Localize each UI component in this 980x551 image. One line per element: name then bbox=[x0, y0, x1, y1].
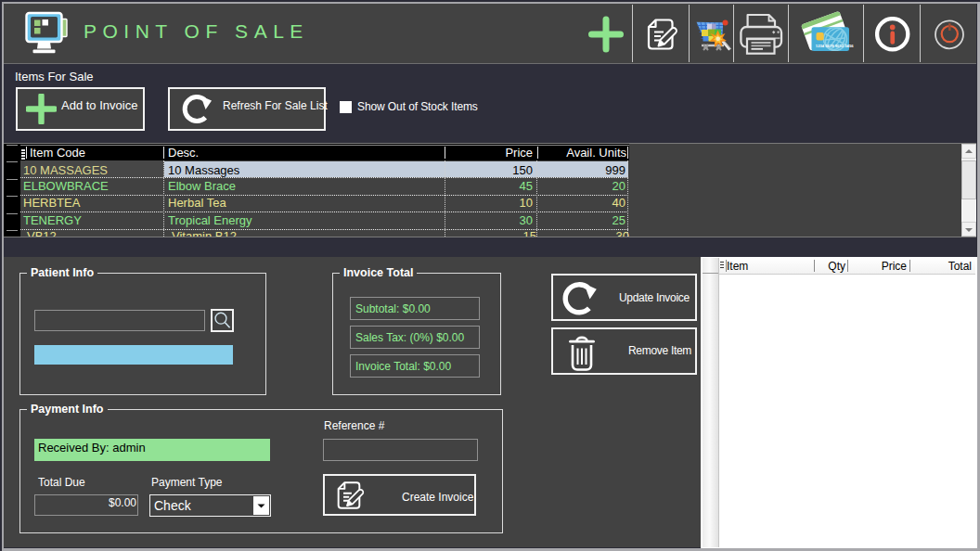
svg-text:1234 5678 9012 3456: 1234 5678 9012 3456 bbox=[816, 44, 854, 48]
